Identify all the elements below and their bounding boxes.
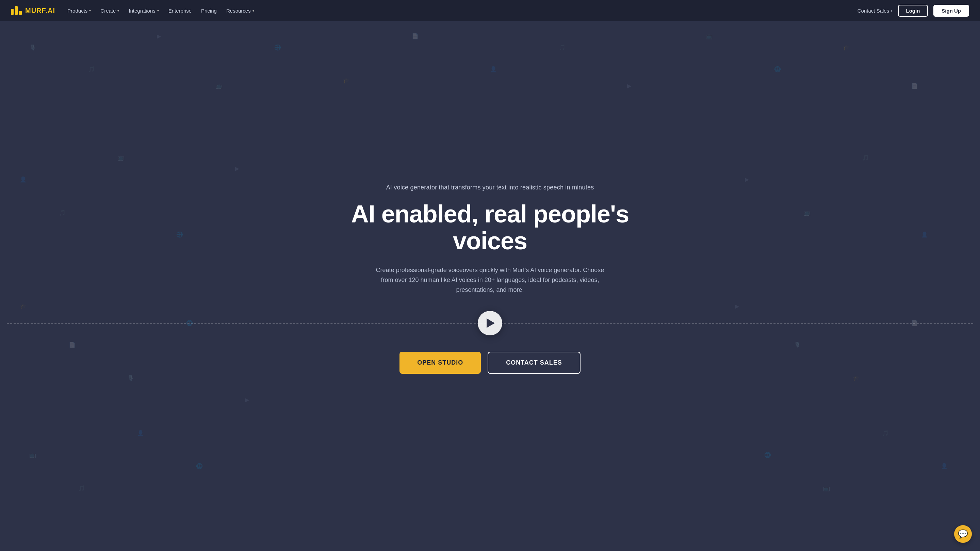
logo[interactable]: MURF.AI [11, 6, 55, 15]
hero-description: Create professional-grade voiceovers qui… [371, 265, 609, 295]
play-section [7, 311, 973, 335]
nav-resources[interactable]: Resources ▾ [226, 8, 254, 14]
login-button[interactable]: Login [898, 5, 928, 17]
contact-sales-nav-link[interactable]: Contact Sales › [858, 8, 892, 14]
contact-sales-button[interactable]: CONTACT SALES [488, 352, 581, 374]
cta-buttons: OPEN STUDIO CONTACT SALES [399, 352, 581, 374]
resources-chevron-icon: ▾ [253, 9, 254, 13]
chat-icon: 💬 [958, 529, 968, 539]
integrations-chevron-icon: ▾ [157, 9, 159, 13]
nav-create[interactable]: Create ▾ [100, 8, 119, 14]
logo-icon [11, 6, 22, 15]
play-button[interactable] [478, 311, 502, 335]
chat-widget[interactable]: 💬 [954, 525, 972, 543]
nav-actions: Contact Sales › Login Sign Up [858, 5, 969, 17]
play-icon [487, 318, 495, 328]
hero-title: AI enabled, real people's voices [337, 201, 643, 254]
hero-subtitle: AI voice generator that transforms your … [337, 184, 643, 191]
navbar: MURF.AI Products ▾ Create ▾ Integrations… [0, 0, 980, 21]
hero-section: 🎙️ 🎵 ▶ 📺 🌐 🎓 📄 👤 🎵 ▶ 📺 🌐 🎓 📄 👤 🎵 📺 🌐 ▶ ▶… [0, 0, 980, 551]
nav-enterprise[interactable]: Enterprise [169, 8, 192, 14]
nav-pricing[interactable]: Pricing [201, 8, 217, 14]
nav-products[interactable]: Products ▾ [67, 8, 91, 14]
create-chevron-icon: ▾ [118, 9, 119, 13]
products-chevron-icon: ▾ [89, 9, 91, 13]
nav-menu: Products ▾ Create ▾ Integrations ▾ Enter… [67, 8, 254, 14]
hero-content: AI voice generator that transforms your … [337, 184, 643, 311]
signup-button[interactable]: Sign Up [933, 5, 969, 17]
logo-text: MURF.AI [25, 7, 55, 14]
open-studio-button[interactable]: OPEN STUDIO [399, 352, 481, 374]
nav-integrations[interactable]: Integrations ▾ [129, 8, 159, 14]
contact-sales-arrow-icon: › [891, 8, 892, 13]
